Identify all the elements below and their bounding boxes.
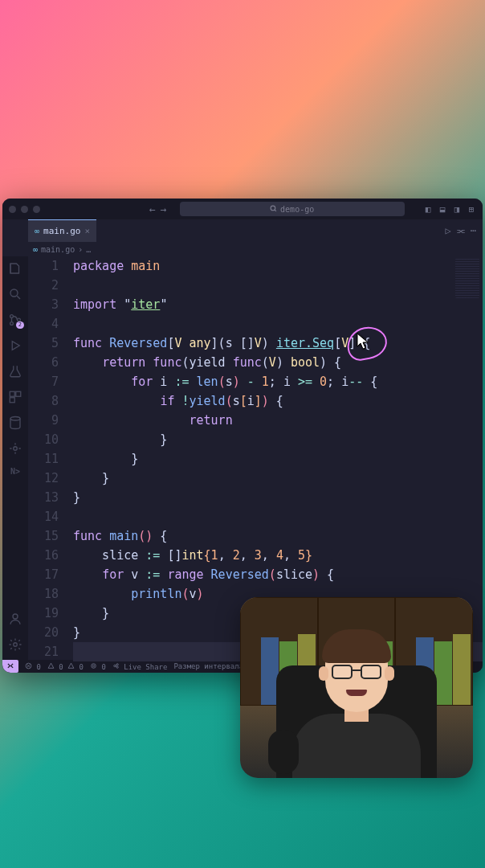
svg-point-1: [10, 289, 18, 297]
svg-rect-5: [10, 391, 14, 396]
line-number: 3: [28, 295, 59, 314]
line-number: 8: [28, 391, 59, 411]
svg-point-10: [13, 614, 18, 619]
toggle-panel-bottom-icon[interactable]: ⬓: [438, 204, 447, 215]
code-line[interactable]: slice := []int{1, 2, 3, 4, 5}: [73, 546, 483, 565]
database-icon[interactable]: [8, 416, 22, 430]
minimap[interactable]: [455, 258, 479, 298]
code-line[interactable]: }: [73, 430, 483, 449]
remote-indicator[interactable]: [2, 660, 18, 673]
code-line[interactable]: import "iter": [73, 295, 483, 314]
code-line[interactable]: for v := range Reversed(slice) {: [73, 565, 483, 584]
explorer-icon[interactable]: [8, 261, 22, 276]
line-number: 17: [28, 565, 59, 584]
breadcrumb-file: main.go: [41, 245, 75, 254]
code-line[interactable]: package main: [73, 256, 483, 276]
line-number: 12: [28, 469, 59, 488]
source-control-icon[interactable]: 2: [8, 313, 22, 327]
line-number: 21: [28, 642, 59, 661]
search-icon[interactable]: [8, 287, 22, 301]
code-line[interactable]: if !yield(s[i]) {: [73, 391, 483, 411]
svg-point-16: [116, 663, 118, 665]
line-number: 13: [28, 488, 59, 507]
svg-point-3: [10, 322, 14, 326]
svg-point-15: [113, 665, 115, 666]
line-number: 6: [28, 353, 59, 372]
svg-point-0: [271, 206, 275, 211]
nx-icon[interactable]: N>: [10, 467, 20, 476]
testing-icon[interactable]: [8, 364, 22, 379]
nav-arrows: ← →: [149, 203, 167, 215]
titlebar: ← → demo-go ◧ ⬓ ◨ ⊞: [2, 199, 483, 219]
breadcrumb-separator-icon: ›: [78, 245, 83, 254]
code-line[interactable]: func main() {: [73, 526, 483, 546]
line-number: 4: [28, 314, 59, 334]
search-placeholder: demo-go: [280, 205, 314, 214]
code-line[interactable]: [73, 507, 483, 526]
line-number: 5: [28, 334, 59, 353]
line-number: 18: [28, 584, 59, 604]
extensions-icon[interactable]: [8, 390, 22, 404]
code-line[interactable]: for i := len(s) - 1; i >= 0; i-- {: [73, 372, 483, 391]
customize-layout-icon[interactable]: ⊞: [467, 204, 476, 215]
search-icon: [270, 205, 277, 214]
run-debug-icon[interactable]: [8, 338, 22, 353]
svg-point-14: [92, 665, 94, 666]
presenter-person: [288, 633, 425, 778]
file-tab-main-go[interactable]: ∞ main.go ×: [28, 219, 96, 242]
line-number: 16: [28, 546, 59, 565]
go-file-icon: ∞: [33, 245, 38, 254]
line-number: 10: [28, 430, 59, 449]
traffic-lights: [9, 206, 40, 213]
command-center-search[interactable]: demo-go: [180, 202, 405, 216]
svg-rect-7: [10, 398, 14, 403]
run-icon[interactable]: ▷: [446, 225, 451, 236]
tab-filename: main.go: [43, 226, 80, 236]
code-line[interactable]: }: [73, 469, 483, 488]
window-maximize-button[interactable]: [33, 206, 40, 213]
svg-point-2: [10, 315, 14, 318]
scm-badge: 2: [16, 321, 24, 329]
code-line[interactable]: }: [73, 488, 483, 507]
code-line[interactable]: func Reversed[V any](s []V) iter.Seq[V] …: [73, 334, 483, 353]
line-number-gutter: 123456789101112131415161718192021: [28, 256, 73, 660]
title-layout-controls: ◧ ⬓ ◨ ⊞: [423, 204, 476, 215]
svg-point-9: [14, 447, 18, 451]
line-number: 11: [28, 449, 59, 469]
window-close-button[interactable]: [9, 206, 16, 213]
git-lens-icon[interactable]: [8, 441, 22, 456]
svg-rect-6: [16, 391, 21, 396]
microphone: [268, 730, 299, 774]
line-number: 20: [28, 623, 59, 642]
line-number: 1: [28, 256, 59, 276]
code-line[interactable]: [73, 276, 483, 295]
split-editor-icon[interactable]: ⫘: [456, 225, 466, 236]
line-number: 15: [28, 526, 59, 546]
nav-back-button[interactable]: ←: [149, 203, 156, 215]
status-live-share[interactable]: Live Share: [112, 662, 168, 671]
status-warnings[interactable]: 0 0: [47, 662, 84, 671]
toggle-panel-right-icon[interactable]: ◨: [452, 204, 462, 215]
line-number: 9: [28, 411, 59, 430]
activity-bar: 2 N>: [2, 256, 28, 660]
line-number: 7: [28, 372, 59, 391]
status-ports[interactable]: 0: [90, 662, 106, 671]
webcam-overlay: [240, 597, 473, 778]
toggle-panel-left-icon[interactable]: ◧: [423, 204, 433, 215]
settings-gear-icon[interactable]: [8, 637, 22, 652]
svg-point-11: [14, 643, 18, 647]
code-line[interactable]: [73, 314, 483, 334]
accounts-icon[interactable]: [8, 612, 22, 626]
nav-forward-button[interactable]: →: [161, 203, 167, 215]
more-actions-icon[interactable]: ⋯: [471, 225, 476, 236]
tab-close-button[interactable]: ×: [84, 226, 90, 236]
breadcrumb[interactable]: ∞ main.go › …: [2, 242, 483, 256]
code-line[interactable]: return: [73, 411, 483, 430]
code-line[interactable]: }: [73, 449, 483, 469]
go-file-icon: ∞: [35, 227, 39, 235]
line-number: 19: [28, 604, 59, 623]
window-minimize-button[interactable]: [21, 206, 28, 213]
code-line[interactable]: return func(yield func(V) bool) {: [73, 353, 483, 372]
status-errors[interactable]: 0: [25, 662, 41, 671]
line-number: 14: [28, 507, 59, 526]
